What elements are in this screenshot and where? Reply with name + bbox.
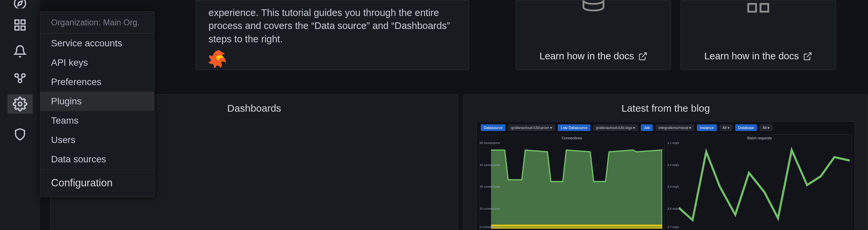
ytick: 50 connections bbox=[480, 141, 500, 145]
svg-line-16 bbox=[807, 53, 811, 57]
svg-line-11 bbox=[642, 53, 647, 57]
preview-filter-bar: Datasource grafanacloud-k3d-prom ▾ Loki … bbox=[477, 122, 855, 134]
svg-rect-3 bbox=[21, 20, 25, 24]
ytick: 3.7 req/s bbox=[668, 225, 679, 229]
svg-rect-2 bbox=[15, 20, 19, 24]
nav-dashboards-icon[interactable] bbox=[7, 15, 33, 35]
nav-shield-icon[interactable] bbox=[7, 125, 33, 144]
chip-database-value: All ▾ bbox=[760, 124, 773, 131]
external-link-icon bbox=[638, 52, 648, 61]
nav-rail bbox=[0, 0, 40, 230]
svg-point-9 bbox=[18, 102, 22, 106]
menu-item-plugins[interactable]: Plugins bbox=[40, 92, 154, 111]
chip-loki-value: grafanacloud-k3d-logs ▾ bbox=[593, 124, 639, 131]
database-icon bbox=[580, 0, 607, 20]
config-popout-menu: Organization: Main Org. Service accounts… bbox=[40, 11, 154, 197]
svg-rect-5 bbox=[15, 26, 19, 30]
apps-icon bbox=[745, 0, 772, 20]
blog-preview-image[interactable]: Datasource grafanacloud-k3d-prom ▾ Loki … bbox=[476, 121, 855, 230]
ytick: 20 connections bbox=[480, 207, 500, 210]
menu-item-teams[interactable]: Teams bbox=[40, 111, 154, 130]
learn-link-text: Learn how in the docs bbox=[539, 51, 634, 62]
ytick: 30 connections bbox=[480, 185, 500, 188]
main-canvas: experience. This tutorial guides you thr… bbox=[50, 0, 868, 230]
chip-loki-label: Loki Datasource bbox=[558, 124, 590, 131]
chip-job-value: integrations/mssql ▾ bbox=[655, 124, 694, 131]
svg-point-7 bbox=[22, 74, 25, 77]
preview-chart-connections: Connections 50 connections 40 connection… bbox=[479, 134, 664, 230]
svg-marker-1 bbox=[18, 1, 22, 5]
ytick: 4.1 req/s bbox=[668, 141, 679, 145]
learn-card-dashboards[interactable]: Learn how in the docs bbox=[681, 0, 836, 70]
learn-card-data-source[interactable]: Learn how in the docs bbox=[516, 0, 671, 70]
svg-point-6 bbox=[15, 74, 18, 77]
menu-item-preferences[interactable]: Preferences bbox=[40, 72, 154, 92]
svg-rect-15 bbox=[748, 4, 756, 12]
chip-job-label: Job bbox=[641, 124, 653, 131]
grafana-logo-icon bbox=[209, 48, 230, 68]
ytick: 3.8 req/s bbox=[668, 207, 679, 210]
popout-footer-configuration[interactable]: Configuration bbox=[40, 169, 154, 197]
ytick: 3.9 req/s bbox=[668, 185, 679, 188]
tutorial-text: experience. This tutorial guides you thr… bbox=[209, 6, 456, 46]
external-link-icon bbox=[803, 52, 812, 61]
nav-bell-icon[interactable] bbox=[7, 42, 33, 61]
menu-item-api-keys[interactable]: API keys bbox=[40, 53, 154, 72]
chip-instance-label: Instance bbox=[697, 124, 717, 131]
menu-item-users[interactable]: Users bbox=[40, 130, 154, 150]
blog-title: Latest from the blog bbox=[476, 103, 856, 114]
blog-panel: Latest from the blog Datasource grafanac… bbox=[463, 94, 868, 230]
learn-link-data-source[interactable]: Learn how in the docs bbox=[539, 51, 648, 62]
tutorial-card[interactable]: experience. This tutorial guides you thr… bbox=[195, 0, 469, 70]
svg-rect-4 bbox=[21, 26, 25, 30]
ytick: 0 connections bbox=[480, 225, 498, 229]
popout-org-header: Organization: Main Org. bbox=[40, 12, 154, 34]
chip-database-label: Database bbox=[735, 124, 757, 131]
chip-datasource-value: grafanacloud-k3d-prom ▾ bbox=[508, 124, 555, 131]
learn-link-dashboards[interactable]: Learn how in the docs bbox=[704, 51, 812, 62]
svg-rect-14 bbox=[761, 4, 768, 12]
preview-chart-batch-requests: Batch requests 4.1 req/s 4.0 req/s 3.9 r… bbox=[667, 134, 852, 230]
blog-preview-dashboard: Datasource grafanacloud-k3d-prom ▾ Loki … bbox=[477, 122, 855, 230]
svg-point-8 bbox=[18, 79, 22, 83]
menu-item-data-sources[interactable]: Data sources bbox=[40, 150, 154, 169]
learn-link-text: Learn how in the docs bbox=[704, 51, 799, 62]
chip-datasource-label: Datasource bbox=[481, 124, 505, 131]
ytick: 4.0 req/s bbox=[668, 163, 679, 167]
nav-gear-icon[interactable] bbox=[7, 94, 33, 114]
chip-instance-value: All ▾ bbox=[719, 124, 733, 131]
nav-compass-icon[interactable] bbox=[7, 0, 33, 8]
nav-link-icon[interactable] bbox=[7, 68, 33, 87]
chart-title: Connections bbox=[480, 135, 664, 141]
menu-item-service-accounts[interactable]: Service accounts bbox=[40, 34, 154, 53]
ytick: 40 connections bbox=[480, 163, 500, 167]
chart-title: Batch requests bbox=[668, 135, 852, 141]
